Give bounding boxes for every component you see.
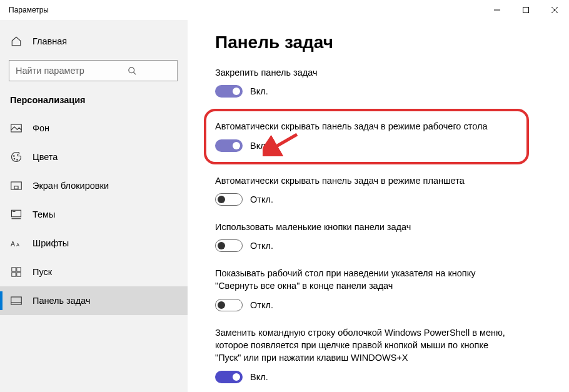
lockscreen-icon (10, 181, 23, 190)
setting-small-buttons: Использовать маленькие кнопки панели зад… (215, 221, 515, 252)
titlebar: Параметры (0, 0, 569, 20)
svg-text:A: A (16, 242, 19, 248)
toggle-state: Вкл. (250, 141, 268, 151)
svg-rect-10 (11, 182, 22, 189)
content-area: Панель задач Закрепить панель задач Вкл.… (188, 20, 569, 392)
sidebar: Главная Найти параметр Персонализация Фо… (0, 20, 188, 392)
toggle-state: Откл. (250, 194, 273, 204)
picture-icon (10, 124, 23, 133)
nav-label: Фон (33, 123, 49, 133)
close-button[interactable] (540, 0, 569, 20)
svg-text:A: A (11, 240, 15, 248)
setting-label: Закрепить панель задач (215, 66, 515, 79)
window-title: Параметры (9, 6, 483, 14)
svg-point-4 (128, 67, 134, 73)
toggle-lock-taskbar[interactable] (215, 85, 243, 98)
svg-rect-19 (11, 297, 22, 304)
minimize-button[interactable] (483, 0, 511, 20)
setting-autohide-desktop: Автоматически скрывать панель задач в ре… (215, 120, 514, 151)
setting-lock-taskbar: Закрепить панель задач Вкл. (215, 66, 515, 98)
toggle-powershell[interactable] (215, 371, 243, 383)
svg-rect-11 (14, 186, 18, 189)
setting-label: Автоматически скрывать панель задач в ре… (215, 120, 514, 133)
sidebar-item-start[interactable]: Пуск (0, 258, 188, 286)
themes-icon (10, 209, 23, 220)
sidebar-item-background[interactable]: Фон (0, 114, 188, 143)
sidebar-item-taskbar[interactable]: Панель задач (0, 286, 188, 315)
setting-peek-desktop: Показывать рабочий стол при наведении ук… (215, 267, 515, 311)
toggle-state: Вкл. (250, 86, 268, 96)
sidebar-item-lockscreen[interactable]: Экран блокировки (0, 171, 188, 200)
start-icon (10, 267, 23, 277)
page-title: Панель задач (215, 33, 544, 53)
nav-label: Пуск (33, 267, 52, 277)
svg-rect-12 (12, 210, 21, 217)
svg-rect-17 (12, 273, 16, 276)
nav-label: Шрифты (33, 238, 69, 248)
search-placeholder: Найти параметр (16, 66, 93, 76)
nav-label: Экран блокировки (33, 181, 109, 191)
toggle-autohide-desktop[interactable] (215, 139, 243, 152)
toggle-peek-desktop[interactable] (215, 299, 243, 311)
toggle-state: Откл. (250, 300, 273, 310)
svg-line-5 (133, 72, 136, 74)
toggle-small-buttons[interactable] (215, 239, 243, 252)
search-input[interactable]: Найти параметр (9, 60, 178, 81)
svg-rect-1 (523, 8, 529, 13)
nav-label: Темы (33, 209, 56, 219)
toggle-state: Вкл. (250, 372, 268, 382)
svg-rect-18 (17, 273, 21, 276)
home-icon (10, 36, 23, 47)
fonts-icon: AA (10, 238, 23, 248)
taskbar-icon (10, 296, 23, 305)
annotation-highlight: Автоматически скрывать панель задач в ре… (204, 109, 529, 164)
home-nav[interactable]: Главная (0, 28, 188, 55)
toggle-state: Откл. (250, 241, 273, 251)
sidebar-item-themes[interactable]: Темы (0, 200, 188, 229)
sidebar-item-colors[interactable]: Цвета (0, 143, 188, 171)
nav-label: Панель задач (33, 296, 91, 306)
setting-label: Заменить командную строку оболочкой Wind… (215, 326, 515, 364)
setting-label: Показывать рабочий стол при наведении ук… (215, 267, 515, 293)
setting-label: Автоматически скрывать панель задач в ре… (215, 174, 515, 187)
search-icon (93, 66, 171, 76)
nav-label: Цвета (33, 152, 58, 162)
home-label: Главная (33, 36, 67, 46)
toggle-autohide-tablet[interactable] (215, 193, 243, 206)
svg-rect-16 (17, 268, 21, 271)
svg-point-7 (14, 156, 15, 157)
setting-label: Использовать маленькие кнопки панели зад… (215, 221, 515, 233)
svg-rect-15 (12, 268, 16, 271)
svg-point-8 (14, 158, 15, 159)
setting-autohide-tablet: Автоматически скрывать панель задач в ре… (215, 174, 515, 206)
sidebar-item-fonts[interactable]: AA Шрифты (0, 229, 188, 258)
palette-icon (10, 151, 23, 163)
svg-point-9 (17, 159, 18, 161)
maximize-button[interactable] (511, 0, 540, 20)
setting-powershell: Заменить командную строку оболочкой Wind… (215, 326, 515, 383)
section-title: Персонализация (0, 86, 188, 114)
